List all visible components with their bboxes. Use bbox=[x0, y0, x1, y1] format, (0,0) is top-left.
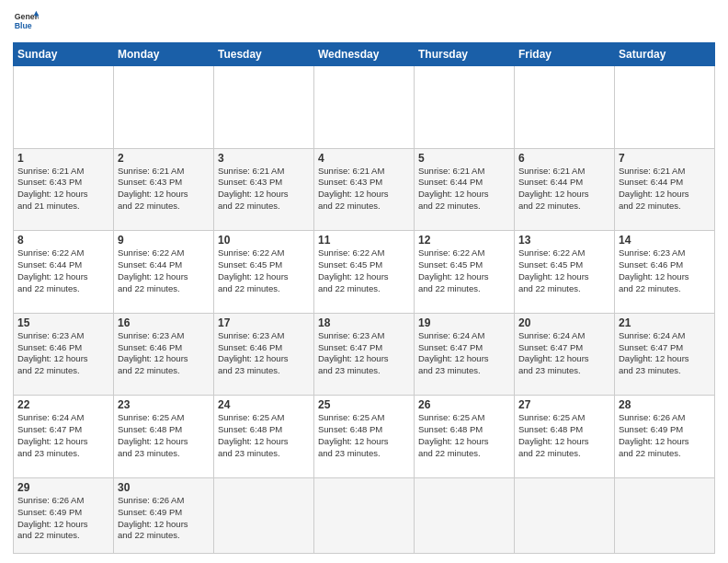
calendar-day-cell: 13Sunrise: 6:22 AMSunset: 6:45 PMDayligh… bbox=[515, 231, 615, 314]
weekday-header: Monday bbox=[114, 43, 214, 66]
day-number: 5 bbox=[418, 152, 510, 165]
day-number: 10 bbox=[218, 234, 310, 247]
day-number: 19 bbox=[418, 316, 510, 329]
day-number: 27 bbox=[518, 398, 610, 411]
day-info: Sunrise: 6:22 AMSunset: 6:44 PMDaylight:… bbox=[17, 247, 109, 294]
day-info: Sunrise: 6:24 AMSunset: 6:47 PMDaylight:… bbox=[619, 330, 711, 377]
calendar-day-cell: 22Sunrise: 6:24 AMSunset: 6:47 PMDayligh… bbox=[14, 396, 114, 478]
day-number: 23 bbox=[118, 398, 210, 411]
day-info: Sunrise: 6:22 AMSunset: 6:45 PMDaylight:… bbox=[518, 247, 610, 294]
day-number: 16 bbox=[118, 316, 210, 329]
calendar-day-cell: 10Sunrise: 6:22 AMSunset: 6:45 PMDayligh… bbox=[214, 231, 314, 314]
day-number: 9 bbox=[118, 234, 210, 247]
day-number: 12 bbox=[418, 234, 510, 247]
day-info: Sunrise: 6:21 AMSunset: 6:44 PMDaylight:… bbox=[619, 166, 711, 213]
day-number: 7 bbox=[619, 152, 711, 165]
calendar-day-cell: 27Sunrise: 6:25 AMSunset: 6:48 PMDayligh… bbox=[515, 396, 615, 478]
day-number: 21 bbox=[619, 316, 711, 329]
calendar-day-cell bbox=[214, 66, 314, 149]
weekday-header: Wednesday bbox=[314, 43, 415, 66]
calendar-day-cell: 23Sunrise: 6:25 AMSunset: 6:48 PMDayligh… bbox=[114, 396, 214, 478]
calendar-day-cell: 9Sunrise: 6:22 AMSunset: 6:44 PMDaylight… bbox=[114, 231, 214, 314]
day-info: Sunrise: 6:25 AMSunset: 6:48 PMDaylight:… bbox=[218, 412, 310, 459]
day-info: Sunrise: 6:25 AMSunset: 6:48 PMDaylight:… bbox=[318, 412, 410, 459]
calendar-day-cell: 16Sunrise: 6:23 AMSunset: 6:46 PMDayligh… bbox=[114, 313, 214, 396]
day-number: 6 bbox=[518, 152, 610, 165]
day-info: Sunrise: 6:21 AMSunset: 6:44 PMDaylight:… bbox=[518, 166, 610, 213]
calendar-day-cell: 25Sunrise: 6:25 AMSunset: 6:48 PMDayligh… bbox=[314, 396, 415, 478]
calendar-header-row: SundayMondayTuesdayWednesdayThursdayFrid… bbox=[14, 43, 715, 66]
day-info: Sunrise: 6:26 AMSunset: 6:49 PMDaylight:… bbox=[619, 412, 711, 459]
calendar-week-row: 22Sunrise: 6:24 AMSunset: 6:47 PMDayligh… bbox=[14, 396, 715, 478]
day-number: 11 bbox=[318, 234, 410, 247]
calendar-day-cell: 28Sunrise: 6:26 AMSunset: 6:49 PMDayligh… bbox=[615, 396, 715, 478]
calendar-day-cell: 4Sunrise: 6:21 AMSunset: 6:43 PMDaylight… bbox=[314, 148, 415, 231]
calendar-day-cell bbox=[114, 66, 214, 149]
day-info: Sunrise: 6:26 AMSunset: 6:49 PMDaylight:… bbox=[118, 495, 210, 542]
weekday-header: Saturday bbox=[615, 43, 715, 66]
day-info: Sunrise: 6:24 AMSunset: 6:47 PMDaylight:… bbox=[17, 412, 109, 459]
weekday-header: Thursday bbox=[415, 43, 515, 66]
calendar-day-cell: 30Sunrise: 6:26 AMSunset: 6:49 PMDayligh… bbox=[114, 477, 214, 553]
calendar-day-cell: 18Sunrise: 6:23 AMSunset: 6:47 PMDayligh… bbox=[314, 313, 415, 396]
day-number: 24 bbox=[218, 398, 310, 411]
calendar-day-cell: 29Sunrise: 6:26 AMSunset: 6:49 PMDayligh… bbox=[14, 477, 114, 553]
calendar-day-cell: 14Sunrise: 6:23 AMSunset: 6:46 PMDayligh… bbox=[615, 231, 715, 314]
day-number: 15 bbox=[17, 316, 109, 329]
day-info: Sunrise: 6:21 AMSunset: 6:43 PMDaylight:… bbox=[118, 166, 210, 213]
day-info: Sunrise: 6:21 AMSunset: 6:43 PMDaylight:… bbox=[318, 166, 410, 213]
day-number: 28 bbox=[619, 398, 711, 411]
calendar-week-row: 15Sunrise: 6:23 AMSunset: 6:46 PMDayligh… bbox=[14, 313, 715, 396]
day-info: Sunrise: 6:25 AMSunset: 6:48 PMDaylight:… bbox=[418, 412, 510, 459]
weekday-header: Tuesday bbox=[214, 43, 314, 66]
day-info: Sunrise: 6:21 AMSunset: 6:44 PMDaylight:… bbox=[418, 166, 510, 213]
calendar-day-cell bbox=[314, 66, 415, 149]
calendar-week-row bbox=[14, 66, 715, 149]
calendar-day-cell: 19Sunrise: 6:24 AMSunset: 6:47 PMDayligh… bbox=[415, 313, 515, 396]
calendar-day-cell: 5Sunrise: 6:21 AMSunset: 6:44 PMDaylight… bbox=[415, 148, 515, 231]
calendar-day-cell: 2Sunrise: 6:21 AMSunset: 6:43 PMDaylight… bbox=[114, 148, 214, 231]
calendar-day-cell: 1Sunrise: 6:21 AMSunset: 6:43 PMDaylight… bbox=[14, 148, 114, 231]
calendar-week-row: 1Sunrise: 6:21 AMSunset: 6:43 PMDaylight… bbox=[14, 148, 715, 231]
day-number: 25 bbox=[318, 398, 410, 411]
day-number: 22 bbox=[17, 398, 109, 411]
svg-text:Blue: Blue bbox=[15, 21, 32, 30]
day-number: 29 bbox=[17, 481, 109, 494]
calendar-week-row: 29Sunrise: 6:26 AMSunset: 6:49 PMDayligh… bbox=[14, 477, 715, 553]
day-info: Sunrise: 6:21 AMSunset: 6:43 PMDaylight:… bbox=[218, 166, 310, 213]
day-number: 26 bbox=[418, 398, 510, 411]
calendar-day-cell bbox=[415, 66, 515, 149]
calendar-day-cell: 6Sunrise: 6:21 AMSunset: 6:44 PMDaylight… bbox=[515, 148, 615, 231]
day-info: Sunrise: 6:22 AMSunset: 6:44 PMDaylight:… bbox=[118, 247, 210, 294]
calendar-day-cell bbox=[515, 66, 615, 149]
calendar-day-cell: 15Sunrise: 6:23 AMSunset: 6:46 PMDayligh… bbox=[14, 313, 114, 396]
day-number: 3 bbox=[218, 152, 310, 165]
day-number: 17 bbox=[218, 316, 310, 329]
calendar-day-cell: 3Sunrise: 6:21 AMSunset: 6:43 PMDaylight… bbox=[214, 148, 314, 231]
day-number: 30 bbox=[118, 481, 210, 494]
logo: General Blue bbox=[13, 9, 39, 35]
calendar-week-row: 8Sunrise: 6:22 AMSunset: 6:44 PMDaylight… bbox=[14, 231, 715, 314]
calendar-day-cell: 7Sunrise: 6:21 AMSunset: 6:44 PMDaylight… bbox=[615, 148, 715, 231]
calendar-day-cell bbox=[415, 477, 515, 553]
calendar-day-cell bbox=[615, 477, 715, 553]
day-info: Sunrise: 6:23 AMSunset: 6:46 PMDaylight:… bbox=[118, 330, 210, 377]
weekday-header: Sunday bbox=[14, 43, 114, 66]
day-number: 14 bbox=[619, 234, 711, 247]
calendar-day-cell bbox=[214, 477, 314, 553]
day-info: Sunrise: 6:24 AMSunset: 6:47 PMDaylight:… bbox=[418, 330, 510, 377]
day-info: Sunrise: 6:21 AMSunset: 6:43 PMDaylight:… bbox=[17, 166, 109, 213]
day-info: Sunrise: 6:23 AMSunset: 6:46 PMDaylight:… bbox=[218, 330, 310, 377]
calendar-day-cell: 17Sunrise: 6:23 AMSunset: 6:46 PMDayligh… bbox=[214, 313, 314, 396]
day-number: 13 bbox=[518, 234, 610, 247]
calendar-day-cell: 26Sunrise: 6:25 AMSunset: 6:48 PMDayligh… bbox=[415, 396, 515, 478]
day-number: 20 bbox=[518, 316, 610, 329]
calendar-day-cell: 21Sunrise: 6:24 AMSunset: 6:47 PMDayligh… bbox=[615, 313, 715, 396]
day-info: Sunrise: 6:22 AMSunset: 6:45 PMDaylight:… bbox=[418, 247, 510, 294]
calendar: SundayMondayTuesdayWednesdayThursdayFrid… bbox=[13, 42, 715, 554]
day-info: Sunrise: 6:24 AMSunset: 6:47 PMDaylight:… bbox=[518, 330, 610, 377]
calendar-day-cell: 24Sunrise: 6:25 AMSunset: 6:48 PMDayligh… bbox=[214, 396, 314, 478]
day-info: Sunrise: 6:23 AMSunset: 6:46 PMDaylight:… bbox=[17, 330, 109, 377]
day-number: 18 bbox=[318, 316, 410, 329]
day-info: Sunrise: 6:22 AMSunset: 6:45 PMDaylight:… bbox=[218, 247, 310, 294]
